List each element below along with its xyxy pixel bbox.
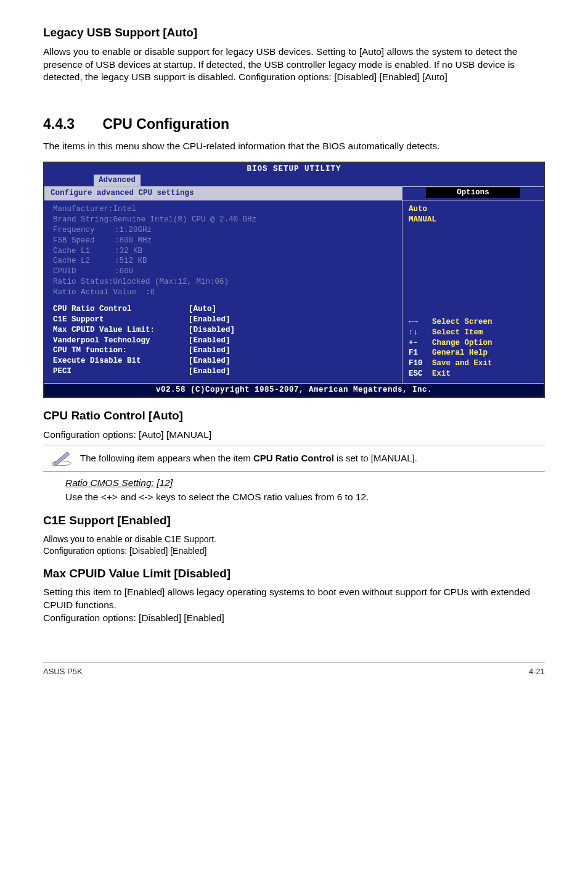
- bios-header-row: Configure advanced CPU settings Options: [44, 186, 544, 200]
- nav-label: Save and Exit: [432, 359, 492, 368]
- bios-tab-row: Advanced: [44, 175, 544, 186]
- brand-val: Genuine Intel(R) CPU @ 2.40 GHz: [113, 215, 257, 224]
- bios-items: CPU Ratio Control[Auto] C1E Support[Enab…: [53, 304, 396, 377]
- bios-left-panel: Manufacturer:Intel Brand String:Genuine …: [44, 200, 402, 383]
- legacy-usb-heading: Legacy USB Support [Auto]: [43, 25, 545, 41]
- fsb-val: :800 MHz: [115, 236, 152, 245]
- svg-marker-1: [54, 453, 69, 466]
- footer-left: ASUS P5K: [43, 666, 83, 677]
- nav-label: Change Option: [432, 339, 492, 347]
- bios-nav-help: ←→Select Screen ↑↓Select Item +-Change O…: [409, 317, 537, 379]
- nav-label: General Help: [432, 349, 488, 357]
- c1e-heading: C1E Support [Enabled]: [43, 513, 545, 529]
- nav-label: Select Item: [432, 328, 483, 337]
- nav-key: F1: [409, 348, 432, 358]
- l2-val: :512 KB: [115, 257, 147, 265]
- option-manual[interactable]: MANUAL: [409, 215, 537, 225]
- bios-item-row[interactable]: CPU TM function:[Enabled]: [53, 345, 396, 356]
- ratio-cmos-body: Use the <+> and <-> keys to select the C…: [65, 491, 545, 504]
- nav-label: Exit: [432, 369, 451, 378]
- note-box: The following item appears when the item…: [43, 445, 545, 472]
- footer-right: 4-21: [529, 666, 545, 677]
- bios-item-row[interactable]: C1E Support[Enabled]: [53, 315, 396, 325]
- bios-item-row[interactable]: Max CPUID Value Limit:[Disabled]: [53, 325, 396, 336]
- c1e-line2: Configuration options: [Disabled] [Enabl…: [43, 545, 545, 557]
- maxcpuid-body2: Configuration options: [Disabled] [Enabl…: [43, 612, 545, 625]
- ratio-actual: Ratio Actual Value :6: [53, 287, 396, 298]
- nav-key: F10: [409, 358, 432, 369]
- bios-body: Manufacturer:Intel Brand String:Genuine …: [44, 200, 544, 383]
- fsb-label: FSB Speed: [53, 236, 115, 246]
- nav-key: +-: [409, 338, 432, 349]
- legacy-usb-body: Allows you to enable or disable support …: [43, 46, 545, 85]
- cpu-config-body: The items in this menu show the CPU-rela…: [43, 140, 545, 153]
- note-text: The following item appears when the item…: [80, 452, 545, 464]
- pencil-icon: [43, 449, 80, 468]
- cpu-ratio-body: Configuration options: [Auto] [MANUAL]: [43, 429, 545, 442]
- nav-key-lr-icon: ←→: [409, 317, 432, 328]
- bios-right-header: Options: [426, 188, 520, 198]
- bios-tab-advanced[interactable]: Advanced: [94, 175, 141, 186]
- bios-copyright: v02.58 (C)Copyright 1985-2007, American …: [44, 383, 544, 397]
- bios-item-row[interactable]: CPU Ratio Control[Auto]: [53, 304, 396, 315]
- cpuid-label: CPUID: [53, 266, 115, 277]
- nav-label: Select Screen: [432, 318, 492, 326]
- section-number: 4.4.3: [43, 115, 99, 134]
- nav-key: ESC: [409, 369, 432, 379]
- note-pre: The following item appears when the item: [80, 453, 253, 463]
- bios-right-panel: Auto MANUAL ←→Select Screen ↑↓Select Ite…: [402, 200, 544, 383]
- l2-label: Cache L2: [53, 256, 115, 266]
- bios-item-row[interactable]: Execute Disable Bit[Enabled]: [53, 356, 396, 366]
- cpu-ratio-heading: CPU Ratio Control [Auto]: [43, 408, 545, 424]
- bios-right-header-wrap: Options: [402, 187, 544, 200]
- note-post: is set to [MANUAL].: [334, 453, 417, 463]
- bios-setup-utility: BIOS SETUP UTILITY Advanced Configure ad…: [43, 162, 545, 398]
- c1e-line1: Allows you to enable or disable C1E Supp…: [43, 534, 545, 545]
- manufacturer-val: Intel: [113, 205, 137, 213]
- freq-label: Frequency: [53, 225, 115, 236]
- option-auto[interactable]: Auto: [409, 204, 537, 215]
- maxcpuid-heading: Max CPUID Value Limit [Disabled]: [43, 566, 545, 582]
- cpuid-val: :660: [115, 267, 133, 276]
- bios-options: Auto MANUAL: [409, 204, 537, 225]
- bios-item-row[interactable]: PECI[Enabled]: [53, 366, 396, 377]
- nav-key-ud-icon: ↑↓: [409, 328, 432, 338]
- manufacturer-label: Manufacturer:: [53, 205, 113, 213]
- bios-item-row[interactable]: Vanderpool Technology[Enabled]: [53, 336, 396, 346]
- freq-val: :1.20GHz: [115, 226, 152, 234]
- page-footer: ASUS P5K 4-21: [43, 662, 545, 677]
- brand-label: Brand String:: [53, 215, 113, 224]
- l1-val: :32 KB: [115, 247, 142, 255]
- ratio-cmos-heading: Ratio CMOS Setting: [12]: [65, 477, 545, 490]
- section-title: CPU Configuration: [102, 116, 229, 132]
- bios-left-header: Configure advanced CPU settings: [44, 187, 402, 200]
- maxcpuid-body1: Setting this item to [Enabled] allows le…: [43, 586, 545, 612]
- ratio-status: Ratio Status:Unlocked (Max:12, Min:06): [53, 277, 396, 287]
- cpu-config-heading: 4.4.3 CPU Configuration: [43, 115, 545, 134]
- note-bold: CPU Ratio Control: [253, 453, 334, 463]
- bios-info-block: Manufacturer:Intel Brand String:Genuine …: [53, 204, 396, 298]
- bios-title: BIOS SETUP UTILITY: [44, 163, 544, 175]
- l1-label: Cache L1: [53, 246, 115, 257]
